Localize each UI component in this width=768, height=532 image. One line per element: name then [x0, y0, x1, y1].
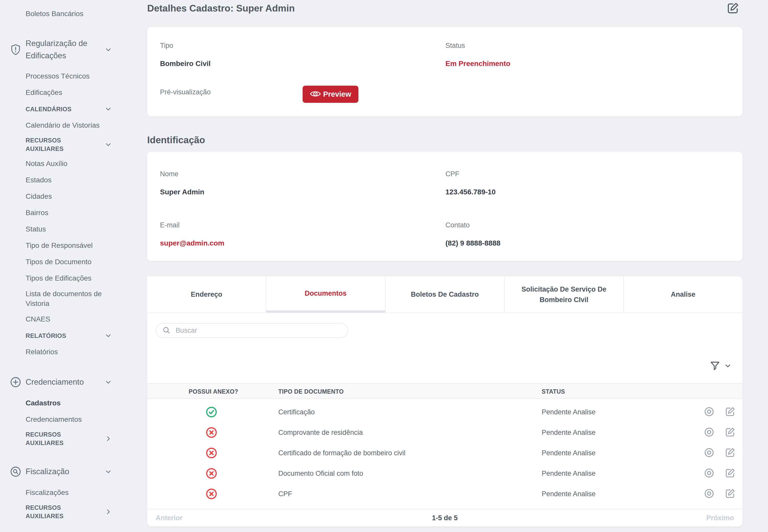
- edit-record-button[interactable]: [727, 2, 739, 15]
- row-actions: [704, 488, 736, 500]
- sidebar-item[interactable]: Fiscalização: [0, 462, 143, 481]
- sidebar-item[interactable]: Edificações: [0, 84, 143, 101]
- sidebar-item[interactable]: Processos Técnicos: [0, 68, 143, 84]
- sidebar-item[interactable]: Lista de documentos de Vistoria: [0, 286, 143, 311]
- sidebar-item[interactable]: Tipos de Documento: [0, 254, 143, 270]
- table-row: Certificado de formação de bombeiro civi…: [147, 443, 742, 463]
- sidebar-item[interactable]: Usuários: [0, 0, 143, 6]
- view-document-button[interactable]: [704, 427, 715, 438]
- view-icon: [704, 468, 715, 479]
- sidebar-item[interactable]: Bairros: [0, 205, 143, 221]
- preview-label: Pré-visualização: [160, 88, 211, 96]
- edit-document-button[interactable]: [725, 468, 736, 479]
- pagination-next[interactable]: Próximo: [706, 514, 734, 522]
- sidebar-item-label: Notas Auxílio: [26, 159, 67, 169]
- sidebar-group-icon: [10, 44, 21, 56]
- sidebar-item[interactable]: RECURSOS AUXILIARES: [0, 428, 143, 450]
- sidebar-item[interactable]: RECURSOS AUXILIARES: [0, 501, 143, 523]
- edit-document-button[interactable]: [725, 447, 736, 459]
- sidebar-item[interactable]: Status: [0, 221, 143, 237]
- sidebar-item-label: RECURSOS AUXILIARES: [26, 430, 82, 447]
- sidebar-item-label: Calendário de Vistorias: [26, 120, 99, 130]
- sidebar-item[interactable]: Relatórios: [0, 344, 143, 360]
- attachment-missing-icon: [206, 468, 217, 479]
- eye-icon: [310, 90, 321, 99]
- sidebar-item[interactable]: Tipos de Edificações: [0, 270, 143, 286]
- filter-expand-button[interactable]: [724, 362, 732, 370]
- pagination: Anterior 1-5 de 5 Próximo: [147, 509, 742, 526]
- sidebar-item[interactable]: Notas Auxílio: [0, 156, 143, 172]
- chevron-icon: [104, 378, 112, 386]
- tipo-value: Bombeiro Civil: [160, 60, 211, 68]
- search-input[interactable]: [175, 324, 343, 337]
- tab-label: Solicitação De Serviço De Bombeiro CIvil: [520, 284, 608, 305]
- row-actions: [704, 406, 736, 418]
- sidebar-item[interactable]: RELATÓRIOS: [0, 327, 143, 344]
- tab[interactable]: Documentos: [266, 276, 385, 313]
- chevron-icon: [104, 105, 112, 113]
- sidebar-item-label: Edificações: [26, 88, 62, 97]
- view-document-button[interactable]: [704, 447, 715, 459]
- status-cell: Pendente Analise: [542, 449, 596, 457]
- sidebar-item[interactable]: Calendário de Vistorias: [0, 117, 143, 134]
- document-type-cell: Comprovante de residência: [278, 429, 363, 437]
- document-type-cell: CPF: [278, 490, 292, 498]
- edit-document-button[interactable]: [725, 427, 736, 438]
- view-icon: [704, 427, 715, 438]
- tab[interactable]: Solicitação De Serviço De Bombeiro CIvil: [504, 276, 624, 313]
- status-cell: Pendente Analise: [542, 408, 596, 416]
- sidebar-item[interactable]: CNAES: [0, 311, 143, 327]
- sidebar-item-label: Bairros: [26, 208, 48, 218]
- edit-icon: [725, 488, 736, 500]
- filter-button[interactable]: [710, 360, 720, 372]
- view-icon: [704, 488, 715, 500]
- sidebar-item[interactable]: Cidades: [0, 188, 143, 205]
- view-icon: [704, 447, 715, 459]
- edit-icon: [725, 406, 736, 418]
- sidebar-item[interactable]: Boletos Bancários: [0, 6, 143, 22]
- table-header: POSSUI ANEXO? TIPO DE DOCUMENTO STATUS: [147, 383, 742, 399]
- status-cell: Pendente Analise: [542, 470, 596, 478]
- edit-document-button[interactable]: [725, 406, 736, 418]
- sidebar-item[interactable]: Tipo de Responsável: [0, 237, 143, 254]
- view-document-button[interactable]: [704, 488, 715, 500]
- tab-bar: Endereço Documentos Boletos De Cadastro …: [147, 276, 742, 313]
- tipo-label: Tipo: [160, 42, 173, 50]
- funnel-icon: [710, 360, 720, 372]
- cpf-label: CPF: [445, 170, 459, 178]
- chevron-icon: [104, 332, 112, 339]
- sidebar-item[interactable]: RECURSOS AUXILIARES: [0, 134, 143, 156]
- tab-label: Analise: [671, 289, 695, 300]
- sidebar-item[interactable]: Credenciamentos: [0, 411, 143, 428]
- contato-value: (82) 9 8888-8888: [445, 239, 500, 247]
- attachment-check-icon: [206, 406, 217, 418]
- sidebar-group-icon: [10, 466, 21, 478]
- sidebar-item[interactable]: CALENDÁRIOS: [0, 101, 143, 117]
- cpf-value: 123.456.789-10: [445, 188, 496, 196]
- sidebar: Usuários Boletos Bancários Regularização…: [0, 0, 143, 532]
- document-type-cell: Certificação: [278, 408, 315, 416]
- tab[interactable]: Boletos De Cadastro: [386, 276, 504, 313]
- view-document-button[interactable]: [704, 406, 715, 418]
- preview-button[interactable]: Preview: [303, 86, 358, 103]
- tab[interactable]: Analise: [624, 276, 742, 313]
- edit-document-button[interactable]: [725, 488, 736, 500]
- sidebar-item-label: RECURSOS AUXILIARES: [26, 136, 82, 153]
- main-content: Detalhes Cadastro: Super Admin Tipo Bomb…: [147, 0, 742, 532]
- email-label: E-mail: [160, 221, 180, 229]
- view-document-button[interactable]: [704, 468, 715, 479]
- sidebar-item[interactable]: Cadastros: [0, 395, 143, 411]
- search-box: [156, 323, 348, 338]
- sidebar-item[interactable]: Estados: [0, 172, 143, 188]
- sidebar-item-label: Tipos de Documento: [26, 257, 91, 267]
- email-value[interactable]: super@admin.com: [160, 239, 224, 247]
- sidebar-item-label: Relatórios: [26, 347, 58, 357]
- sidebar-item-label: Cadastros: [26, 398, 61, 408]
- sidebar-item[interactable]: Fiscalizações: [0, 484, 143, 501]
- table-row: Documento Oficial com foto Pendente Anal…: [147, 463, 742, 484]
- chevron-icon: [104, 435, 112, 442]
- sidebar-item[interactable]: Regularização de Edificações: [0, 35, 143, 64]
- tab[interactable]: Endereço: [147, 276, 266, 313]
- sidebar-item[interactable]: Credenciamento: [0, 373, 143, 391]
- column-header-anexo: POSSUI ANEXO?: [189, 384, 238, 400]
